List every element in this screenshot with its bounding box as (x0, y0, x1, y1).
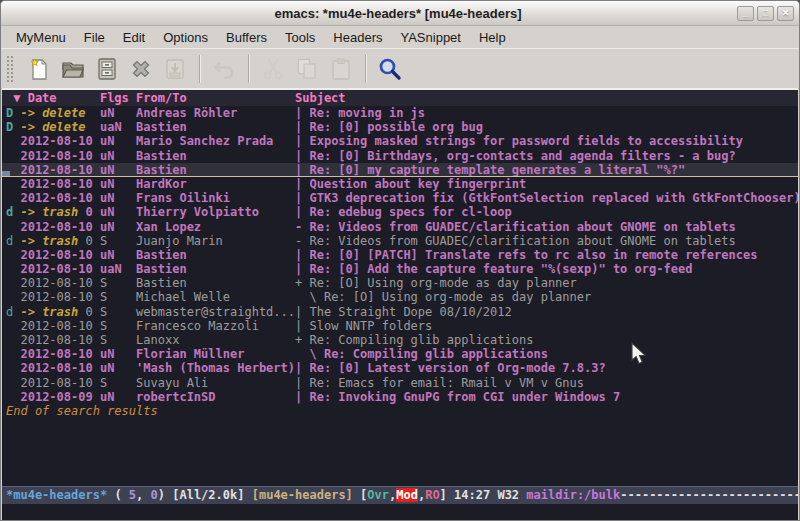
message-list: D -> delete uN Andreas Röhler | Re: movi… (2, 106, 798, 404)
menu-item-edit[interactable]: Edit (114, 28, 154, 47)
message-row[interactable]: D -> delete uaN Bastien | Re: [0] possib… (2, 120, 798, 134)
menu-item-yasnippet[interactable]: YASnippet (391, 28, 469, 47)
modeline-segment: , (136, 488, 150, 502)
undo-icon (207, 53, 241, 85)
message-row[interactable]: 2012-08-10 uN Mario Sanchez Prada | Expo… (2, 134, 798, 148)
save-icon[interactable] (90, 53, 124, 85)
buffer-empty-area (2, 418, 798, 486)
menu-item-buffers[interactable]: Buffers (217, 28, 276, 47)
message-row[interactable]: 2012-08-10 S Michael Welle \ Re: [O] Usi… (2, 290, 798, 304)
message-row[interactable]: 2012-08-10 uN 'Mash (Thomas Herbert)| Re… (2, 361, 798, 375)
window-buttons: _ □ ✕ (737, 6, 799, 21)
message-row[interactable]: d -> trash 0 uN Thierry Volpiatto | Re: … (2, 205, 798, 219)
message-row[interactable]: 2012-08-10 S Suvayu Ali | Re: Emacs for … (2, 376, 798, 390)
message-row[interactable]: 2012-08-10 S Lanoxx + Re: Compiling glib… (2, 333, 798, 347)
title-bar[interactable]: emacs: *mu4e-headers* [mu4e-headers] _ □… (1, 1, 799, 26)
modeline-segment: ( (107, 488, 129, 502)
message-row[interactable]: 2012-08-10 uN HardKor | Question about k… (2, 177, 798, 191)
window-title: emacs: *mu4e-headers* [mu4e-headers] (59, 6, 737, 21)
modeline-segment: Mod (396, 488, 418, 502)
maximize-button[interactable]: □ (757, 6, 774, 21)
modeline-segment: ] (440, 488, 454, 502)
emacs-window: emacs: *mu4e-headers* [mu4e-headers] _ □… (0, 0, 800, 521)
menu-item-options[interactable]: Options (154, 28, 217, 47)
modeline-segment: [mu4e-headers] (252, 488, 353, 502)
new-file-icon[interactable] (22, 53, 56, 85)
message-row[interactable]: 2012-08-10 uN Bastien | Re: [0] [PATCH] … (2, 248, 798, 262)
message-row[interactable]: 2012-08-10 S Francesco Mazzoli | Slow NN… (2, 319, 798, 333)
toolbar (1, 48, 799, 89)
message-row[interactable]: 2012-08-10 uN Frans Oilinki | GTK3 depre… (2, 191, 798, 205)
message-row[interactable]: d -> trash 0 S Juanjo Marin - Re: Videos… (2, 234, 798, 248)
end-of-search-results: End of search results (2, 404, 798, 418)
cut-icon (256, 53, 290, 85)
message-row[interactable]: d -> trash 0 S webmaster@straightd...| T… (2, 305, 798, 319)
message-row[interactable]: 2012-08-10 uN Florian Müllner \ Re: Comp… (2, 347, 798, 361)
modeline-segment: *mu4e-headers* (6, 488, 107, 502)
toolbar-grip-handle[interactable] (6, 55, 14, 83)
copy-icon (290, 53, 324, 85)
message-row[interactable]: 2012-08-09 uN robertcInSD | Re: Invoking… (2, 390, 798, 404)
mode-line: *mu4e-headers* ( 5, 0) [All/2.0k] [mu4e-… (2, 486, 798, 504)
message-row[interactable]: 2012-08-10 S Bastien + Re: [O] Using org… (2, 276, 798, 290)
menu-item-mymenu[interactable]: MyMenu (7, 28, 75, 47)
message-row[interactable]: 2012-08-10 uN Xan Lopez - Re: Videos fro… (2, 220, 798, 234)
menu-bar: MyMenuFileEditOptionsBuffersToolsHeaders… (1, 26, 799, 48)
headers-column-header[interactable]: ▼ Date Flgs From/To Subject (2, 90, 798, 106)
message-row[interactable]: 2012-08-10 uN Bastien | Re: [0] Birthday… (2, 149, 798, 163)
minimize-button[interactable]: _ (737, 6, 754, 21)
modeline-segment: [All/2.0k] (172, 488, 251, 502)
message-row[interactable]: 2012-08-10 uN Bastien | Re: [0] my captu… (2, 163, 798, 177)
echo-area (2, 504, 798, 520)
modeline-segment: 14:27 W32 (454, 488, 526, 502)
close-icon[interactable] (124, 53, 158, 85)
toolbar-separator (199, 55, 200, 83)
modeline-segment: ----------------------------------------… (620, 488, 798, 502)
modeline-segment: RO (425, 488, 439, 502)
toolbar-separator (248, 55, 249, 83)
current-line-fringe-indicator (2, 171, 10, 176)
message-row[interactable]: 2012-08-10 uaN Bastien | Re: [0] Add the… (2, 262, 798, 276)
menu-item-help[interactable]: Help (470, 28, 515, 47)
modeline-segment: ) (158, 488, 172, 502)
save-as-icon (158, 53, 192, 85)
search-icon[interactable] (373, 53, 407, 85)
modeline-segment: maildir:/bulk (526, 488, 620, 502)
modeline-segment: 5 (129, 488, 136, 502)
modeline-segment: Ovr (367, 488, 389, 502)
message-row[interactable]: D -> delete uN Andreas Röhler | Re: movi… (2, 106, 798, 120)
modeline-segment: [ (353, 488, 367, 502)
menu-item-headers[interactable]: Headers (324, 28, 391, 47)
menu-item-file[interactable]: File (75, 28, 114, 47)
toolbar-separator (365, 55, 366, 83)
paste-icon (324, 53, 358, 85)
open-folder-icon[interactable] (56, 53, 90, 85)
menu-item-tools[interactable]: Tools (276, 28, 324, 47)
modeline-segment: 0 (151, 488, 158, 502)
mu4e-headers-buffer: ▼ Date Flgs From/To Subject D -> delete … (2, 88, 798, 520)
close-button[interactable]: ✕ (777, 6, 794, 21)
